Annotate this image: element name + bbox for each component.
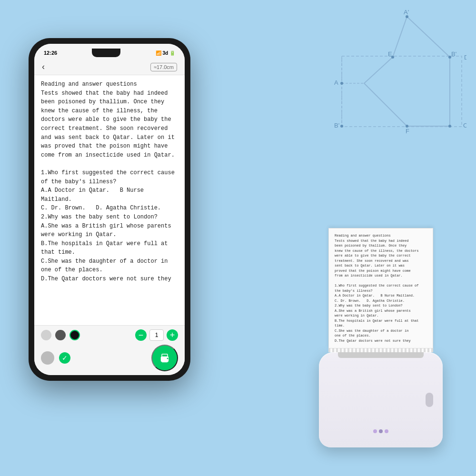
- ruler-info: ≈17.0cm: [150, 63, 177, 71]
- back-arrow[interactable]: ‹: [42, 62, 45, 72]
- printer-dot-3: [385, 429, 388, 433]
- check-icon[interactable]: ✓: [59, 352, 70, 364]
- svg-rect-21: [162, 359, 168, 362]
- qty-display: 1: [149, 329, 164, 341]
- phone: 12:26 📶 3d 🔋 ‹ ≈17.0cm Reading and answe…: [29, 38, 190, 381]
- printer-dot-1: [373, 429, 377, 433]
- svg-point-16: [340, 125, 343, 128]
- svg-text:C: C: [463, 122, 466, 129]
- color-dark[interactable]: [55, 330, 66, 340]
- qty-minus-btn[interactable]: −: [135, 329, 147, 341]
- nav-bar: ‹ ≈17.0cm: [34, 59, 185, 75]
- printer-slot: [338, 352, 424, 358]
- svg-point-18: [448, 125, 451, 128]
- phone-notch: [92, 49, 120, 57]
- geometry-diagram: A' A E B' D B' F C: [314, 10, 466, 133]
- printer-paper-text: Reading and answer questions Tests showe…: [335, 233, 427, 343]
- bottom-icons: ✓: [41, 351, 70, 365]
- svg-text:A: A: [334, 79, 338, 86]
- printer-button[interactable]: [426, 393, 433, 407]
- printer-container: Reading and answer questions Tests showe…: [314, 228, 447, 447]
- svg-text:B': B': [451, 50, 456, 58]
- status-icons: 📶 3d 🔋: [156, 50, 175, 56]
- phone-screen: 12:26 📶 3d 🔋 ‹ ≈17.0cm Reading and answe…: [34, 44, 185, 375]
- svg-marker-1: [364, 17, 450, 126]
- printer-logo: [373, 429, 388, 433]
- phone-bottom-bar: − 1 + ✓: [34, 325, 185, 375]
- status-time: 12:26: [44, 50, 57, 56]
- svg-text:B': B': [334, 122, 339, 129]
- quantity-controls: − 1 +: [135, 329, 178, 341]
- svg-text:A': A': [404, 10, 409, 16]
- printer-dot-2: [379, 429, 383, 433]
- print-icon: [158, 351, 172, 365]
- printer-body: [319, 352, 443, 447]
- svg-text:D: D: [464, 54, 466, 61]
- print-button[interactable]: [151, 345, 178, 371]
- printer-paper: Reading and answer questions Tests showe…: [328, 228, 433, 348]
- color-light[interactable]: [41, 330, 51, 340]
- controls-row-2: ✓: [41, 345, 178, 371]
- controls-row-1: − 1 +: [41, 329, 178, 341]
- svg-point-15: [391, 56, 394, 59]
- svg-point-12: [406, 15, 408, 18]
- svg-point-17: [406, 125, 408, 128]
- svg-rect-0: [342, 56, 462, 127]
- printer-paper-edge: [328, 348, 433, 352]
- color-options: [41, 330, 80, 340]
- svg-point-22: [167, 358, 169, 359]
- svg-text:F: F: [406, 128, 409, 133]
- phone-body: 12:26 📶 3d 🔋 ‹ ≈17.0cm Reading and answe…: [29, 38, 190, 381]
- svg-point-13: [448, 56, 451, 59]
- color-black[interactable]: [69, 330, 80, 340]
- status-bar: 12:26 📶 3d 🔋: [34, 44, 185, 59]
- svg-point-14: [340, 82, 343, 85]
- qty-plus-btn[interactable]: +: [167, 329, 178, 341]
- placeholder-circle: [41, 351, 54, 365]
- phone-content: Reading and answer questions Tests showe…: [34, 75, 185, 325]
